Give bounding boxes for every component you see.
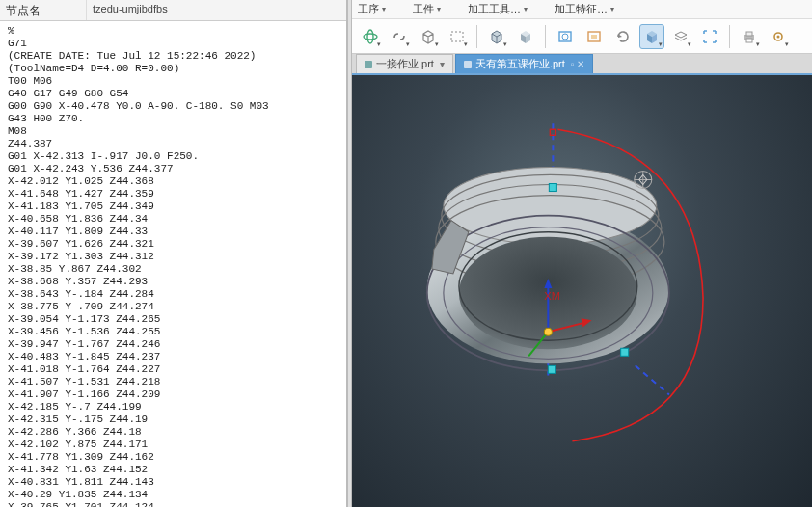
shaded-cube-button[interactable]: [513, 24, 538, 49]
ribbon-group-workpiece[interactable]: 工件▾: [413, 2, 441, 16]
tab-label: 天有第五课作业.prt: [475, 57, 565, 71]
control-point[interactable]: [549, 184, 556, 192]
svg-rect-8: [746, 39, 752, 42]
svg-rect-2: [451, 32, 463, 41]
chevron-down-icon: ▾: [437, 5, 441, 13]
svg-rect-7: [746, 32, 752, 36]
svg-text:XM: XM: [544, 290, 560, 302]
print-button[interactable]: ▾: [737, 24, 762, 49]
3d-viewport[interactable]: XM: [352, 75, 812, 507]
chevron-down-icon: ▾: [610, 5, 614, 13]
document-tabs: 一接作业.prt ▾ 天有第五课作业.prt ▫ ✕: [352, 54, 812, 75]
orbit-button[interactable]: ▾: [358, 24, 383, 49]
shading-mode-button[interactable]: ▾: [639, 24, 664, 49]
tab-file-2[interactable]: 天有第五课作业.prt ▫ ✕: [455, 54, 593, 73]
ribbon-group-feature[interactable]: 加工特征…▾: [555, 2, 614, 16]
control-point[interactable]: [621, 348, 629, 356]
gcode-listing[interactable]: % G71 (CREATE DATE: Tue Jul 12 15:22:46 …: [0, 21, 346, 507]
zoom-window-button[interactable]: [553, 24, 578, 49]
ribbon-group-tool[interactable]: 加工工具…▾: [468, 2, 528, 16]
selection-rect-button[interactable]: ▾: [445, 24, 470, 49]
file-icon: [464, 61, 472, 68]
tab-label: 一接作业.prt: [376, 57, 434, 71]
solid-cube-button[interactable]: ▾: [484, 24, 509, 49]
fit-all-button[interactable]: [697, 24, 722, 49]
chevron-down-icon: ▾: [524, 5, 528, 13]
refresh-view-button[interactable]: [610, 24, 636, 49]
ring-part: [427, 167, 669, 370]
view-toolbar: ▾ ▾ ▾ ▾ ▾: [352, 19, 812, 54]
left-header: 节点名 tzedu-umjibdfbs: [0, 0, 346, 21]
node-name-label: 节点名: [0, 0, 87, 20]
view-cursor-icon: [635, 171, 652, 188]
control-point[interactable]: [548, 365, 555, 373]
settings-button[interactable]: ▾: [766, 24, 791, 49]
link-button[interactable]: ▾: [387, 24, 412, 49]
svg-point-0: [364, 34, 377, 40]
svg-point-4: [562, 34, 568, 40]
tab-file-1[interactable]: 一接作业.prt ▾: [356, 54, 453, 73]
svg-point-25: [544, 328, 552, 335]
zoom-fit-button[interactable]: [582, 24, 607, 49]
left-panel: 节点名 tzedu-umjibdfbs % G71 (CREATE DATE: …: [0, 0, 347, 507]
right-panel: 工序▾ 工件▾ 加工工具…▾ 加工特征…▾ ▾ ▾ ▾: [352, 0, 812, 507]
app-root: 节点名 tzedu-umjibdfbs % G71 (CREATE DATE: …: [0, 0, 812, 507]
ribbon-group-process[interactable]: 工序▾: [358, 2, 386, 16]
node-filename: tzedu-umjibdfbs: [87, 0, 346, 20]
ribbon-groups: 工序▾ 工件▾ 加工工具…▾ 加工特征…▾: [352, 0, 812, 19]
chevron-down-icon: ▾: [382, 5, 386, 13]
wireframe-cube-button[interactable]: ▾: [416, 24, 441, 49]
layers-button[interactable]: ▾: [668, 24, 693, 49]
svg-point-10: [777, 35, 780, 38]
svg-point-1: [367, 30, 373, 43]
axis-line: [636, 365, 669, 394]
file-icon: [365, 61, 372, 68]
close-icon[interactable]: ▫ ✕: [571, 59, 584, 69]
close-icon[interactable]: ▾: [440, 59, 445, 69]
